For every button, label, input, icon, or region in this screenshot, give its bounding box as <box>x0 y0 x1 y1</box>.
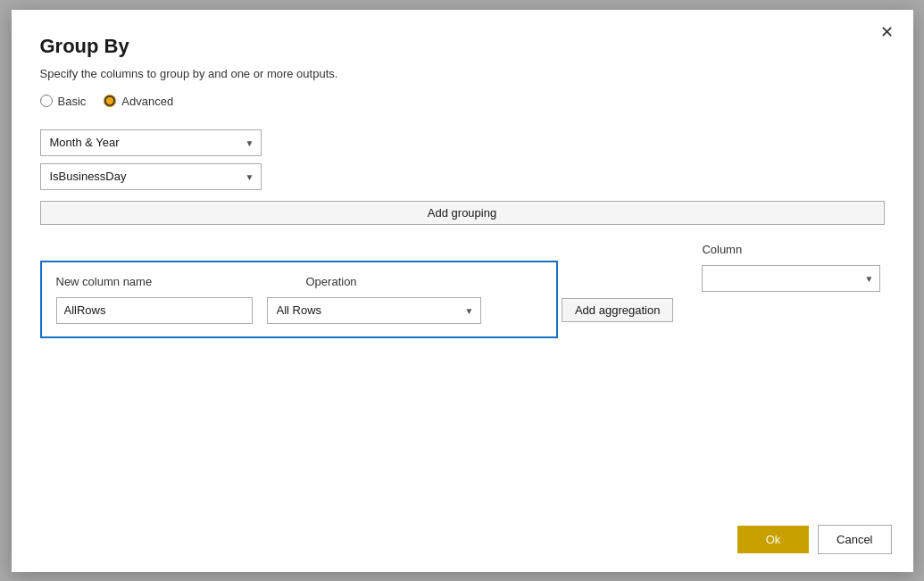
operation-header: Operation <box>306 275 503 288</box>
new-column-name-input[interactable] <box>56 297 253 324</box>
aggregation-highlighted-section: New column name Operation All Rows Sum A… <box>40 243 674 338</box>
radio-basic-label: Basic <box>58 95 87 108</box>
grouping-dropdown-2[interactable]: Month & Year IsBusinessDay Date Year Mon… <box>40 163 262 190</box>
aggregation-header: New column name Operation <box>56 275 542 288</box>
grouping-section: Month & Year IsBusinessDay Date Year Mon… <box>40 129 885 225</box>
grouping-dropdown-1-wrapper: Month & Year IsBusinessDay Date Year Mon… <box>40 129 262 156</box>
operation-dropdown-wrapper: All Rows Sum Average Min Max Count Count… <box>267 297 481 324</box>
group-by-dialog: ✕ Group By Specify the columns to group … <box>12 10 913 572</box>
cancel-button[interactable]: Cancel <box>818 525 891 554</box>
dialog-title: Group By <box>40 35 885 58</box>
operation-dropdown[interactable]: All Rows Sum Average Min Max Count Count… <box>267 297 481 324</box>
add-grouping-button[interactable]: Add grouping <box>40 201 885 225</box>
grouping-dropdown-1[interactable]: Month & Year IsBusinessDay Date Year Mon… <box>40 129 262 156</box>
aggregation-row: All Rows Sum Average Min Max Count Count… <box>56 297 542 324</box>
radio-group: Basic Advanced <box>40 95 885 108</box>
radio-basic[interactable]: Basic <box>40 95 87 108</box>
column-dropdown-wrapper: ▼ <box>702 265 880 292</box>
close-button[interactable]: ✕ <box>875 21 899 44</box>
aggregation-outer-row: New column name Operation All Rows Sum A… <box>40 243 885 338</box>
add-aggregation-button[interactable]: Add aggregation <box>562 298 673 322</box>
radio-basic-input[interactable] <box>40 95 53 107</box>
grouping-dropdown-2-wrapper: Month & Year IsBusinessDay Date Year Mon… <box>40 163 262 190</box>
ok-button[interactable]: Ok <box>737 526 809 553</box>
radio-advanced-input[interactable] <box>104 95 116 107</box>
column-dropdown[interactable] <box>702 265 880 292</box>
aggregation-section: New column name Operation All Rows Sum A… <box>40 261 558 338</box>
radio-advanced[interactable]: Advanced <box>104 95 173 108</box>
dialog-overlay: ✕ Group By Specify the columns to group … <box>0 0 924 581</box>
dialog-subtitle: Specify the columns to group by and one … <box>40 67 885 80</box>
new-column-name-header: New column name <box>56 275 253 288</box>
dialog-footer: Ok Cancel <box>737 525 891 554</box>
column-section: Column ▼ <box>702 243 880 292</box>
radio-advanced-label: Advanced <box>121 95 173 108</box>
column-header-label: Column <box>702 243 880 256</box>
